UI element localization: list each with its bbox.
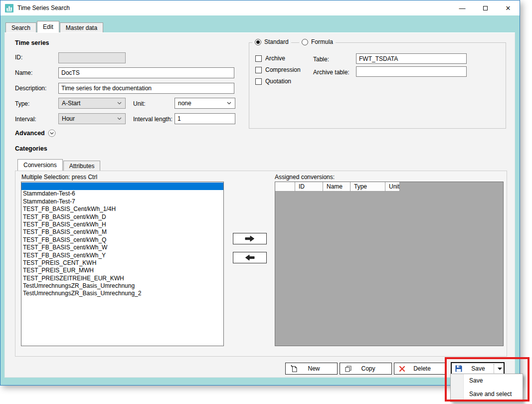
assigned-conversions-label: Assigned conversions: <box>275 174 335 181</box>
type-value: A-Start <box>62 100 80 107</box>
list-item[interactable]: TEST_PREISZEITREIHE_EUR_KWH <box>21 275 223 282</box>
chevron-down-circle-icon[interactable] <box>48 129 56 137</box>
close-icon: ✕ <box>506 4 511 12</box>
save-button-label: Save <box>463 365 494 372</box>
window-title: Time Series Search <box>17 4 70 11</box>
copy-button[interactable]: Copy <box>340 363 392 375</box>
minimize-icon: — <box>459 4 466 12</box>
delete-button[interactable]: Delete <box>394 363 446 375</box>
type-label: Type: <box>15 100 29 107</box>
list-item[interactable]: TEST_FB_BASIS_cent/kWh_Y <box>21 252 223 259</box>
grid-column-header[interactable] <box>275 182 295 192</box>
compression-checkbox-row[interactable]: Compression <box>255 66 301 73</box>
archive-checkbox-label: Archive <box>265 55 285 62</box>
archive-table-field[interactable] <box>356 66 467 77</box>
tab-master-data[interactable]: Master data <box>60 22 103 32</box>
archive-checkbox-row[interactable]: Archive <box>255 55 285 62</box>
formula-radio[interactable] <box>302 39 308 45</box>
interval-dropdown[interactable]: Hour <box>58 113 126 124</box>
assign-button[interactable] <box>233 233 267 244</box>
arrow-left-icon <box>245 254 255 261</box>
minimize-button[interactable]: — <box>451 0 474 15</box>
id-label: ID: <box>15 54 22 61</box>
maximize-icon <box>483 6 488 10</box>
save-dropdown-arrow[interactable] <box>496 368 504 370</box>
table-label: Table: <box>313 56 329 63</box>
grid-column-header[interactable]: Type <box>351 182 385 192</box>
list-item[interactable]: TEST_PREIS_CENT_KWH <box>21 259 223 267</box>
menu-item-save[interactable]: Save <box>451 374 523 388</box>
chevron-down-icon <box>117 102 122 105</box>
list-item[interactable]: TEST_FB_BASIS_cent/kWh_M <box>21 228 223 236</box>
tab-search[interactable]: Search <box>5 22 36 32</box>
unit-label: Unit: <box>133 100 146 107</box>
menu-item-save-and-select[interactable]: Save and select <box>451 388 523 401</box>
list-item[interactable]: Stammdaten-Test-6 <box>21 190 223 198</box>
new-button[interactable]: New <box>285 363 338 375</box>
tab-attributes[interactable]: Attributes <box>63 161 101 171</box>
formula-radio-row[interactable]: Formula <box>299 38 336 45</box>
grid-column-header[interactable]: Name <box>323 182 351 192</box>
unit-value: none <box>178 100 191 107</box>
tab-conversions[interactable]: Conversions <box>17 159 63 171</box>
list-item[interactable]: TEST_FB_BASIS_cent/kWh_D <box>21 213 223 221</box>
time-series-heading: Time series <box>15 39 49 46</box>
multi-select-hint: Multiple Selection: press Ctrl <box>21 174 97 181</box>
list-item[interactable]: TestUmrechnungsZR_Basis_Umrechnung_2 <box>21 290 223 297</box>
new-page-icon <box>290 365 298 373</box>
titlebar: Time Series Search — ✕ <box>0 0 520 15</box>
delete-x-icon <box>399 366 405 372</box>
list-item[interactable]: Stammdaten-Test-7 <box>21 198 223 205</box>
copy-button-label: Copy <box>352 365 384 372</box>
maximize-button[interactable] <box>474 0 497 15</box>
categories-heading: Categories <box>15 145 47 152</box>
archive-checkbox[interactable] <box>255 55 262 62</box>
description-field[interactable] <box>58 83 234 94</box>
storage-groupbox: Standard Formula Archive Compression Quo… <box>249 42 506 129</box>
name-field[interactable] <box>58 67 234 78</box>
window-controls: — ✕ <box>451 0 520 15</box>
assigned-conversions-grid[interactable]: IDNameTypeUnit <box>275 182 504 346</box>
unit-dropdown[interactable]: none <box>175 98 235 109</box>
close-button[interactable]: ✕ <box>497 0 520 15</box>
list-item[interactable]: TEST_FB_BASIS_Cent/kWh_1/4H <box>21 205 223 213</box>
app-window: Time Series Search — ✕ Search Edit Maste… <box>0 0 520 386</box>
compression-checkbox-label: Compression <box>265 66 301 73</box>
chevron-down-icon <box>227 102 231 105</box>
list-item[interactable]: TEST_FB_BASIS_cent/kWh_W <box>21 244 223 251</box>
list-item[interactable] <box>21 183 223 190</box>
description-label: Description: <box>15 85 46 92</box>
grid-column-header[interactable]: ID <box>295 182 323 192</box>
standard-radio[interactable] <box>255 39 261 45</box>
chevron-down-icon <box>117 117 122 120</box>
advanced-toggle[interactable]: Advanced <box>15 129 56 137</box>
quotation-checkbox[interactable] <box>255 78 262 85</box>
list-item[interactable]: TestUmrechnungsZR_Basis_Umrechnung <box>21 282 223 290</box>
standard-radio-row[interactable]: Standard <box>252 38 291 45</box>
interval-label: Interval: <box>15 116 36 123</box>
interval-length-label: Interval length: <box>133 116 173 123</box>
available-conversions-list[interactable]: Stammdaten-Test-6Stammdaten-Test-7TEST_F… <box>21 182 224 346</box>
copy-icon <box>345 365 352 373</box>
interval-length-field[interactable] <box>175 113 235 124</box>
unassign-button[interactable] <box>233 252 267 263</box>
list-item[interactable]: TEST_FB_BASIS_cent/kWh_Q <box>21 236 223 244</box>
tab-edit[interactable]: Edit <box>37 21 59 32</box>
archive-table-label: Archive table: <box>313 69 350 76</box>
app-icon <box>5 4 13 12</box>
save-dropdown-menu: Save Save and select <box>450 374 523 402</box>
conversions-panel: Multiple Selection: press Ctrl Stammdate… <box>15 171 507 357</box>
quotation-checkbox-row[interactable]: Quotation <box>255 78 291 85</box>
interval-value: Hour <box>62 115 75 122</box>
arrow-right-icon <box>245 235 255 242</box>
table-field[interactable] <box>356 53 467 64</box>
grid-column-header[interactable]: Unit <box>385 182 400 192</box>
categories-tab-strip: Conversions Attributes <box>17 159 101 171</box>
type-dropdown[interactable]: A-Start <box>58 98 126 109</box>
list-item[interactable]: TEST_PREIS_EUR_MWH <box>21 267 223 274</box>
id-field <box>58 52 126 63</box>
compression-checkbox[interactable] <box>255 67 262 73</box>
delete-button-label: Delete <box>405 365 439 372</box>
main-tab-strip: Search Edit Master data <box>5 21 104 32</box>
list-item[interactable]: TEST_FB_BASIS_cent/kWh_H <box>21 221 223 228</box>
